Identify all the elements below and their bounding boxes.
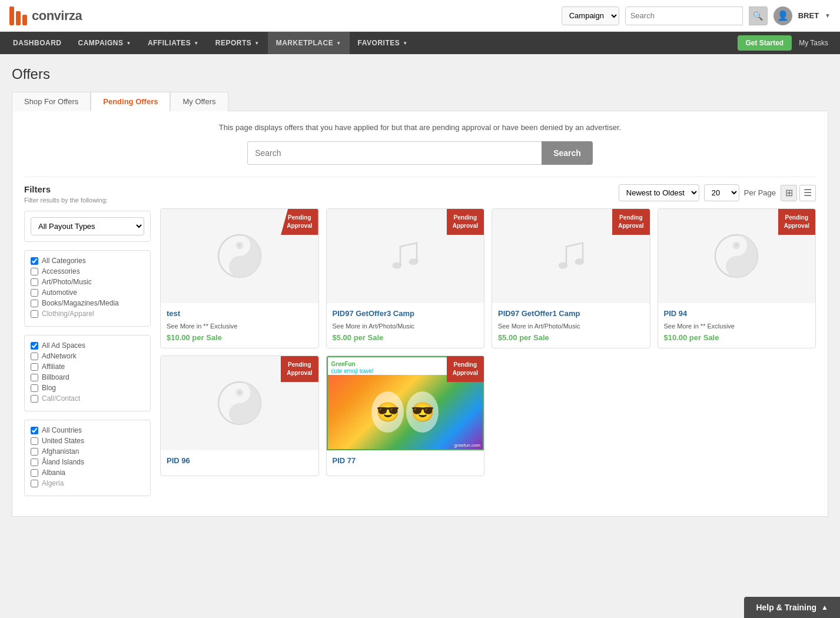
- favorites-arrow: ▼: [403, 41, 407, 46]
- payout-type-select[interactable]: All Payout Types CPA CPL CPC Revenue Sha…: [31, 217, 144, 235]
- nav-item-reports[interactable]: REPORTS ▼: [207, 32, 268, 54]
- logo-icon: [9, 6, 27, 25]
- categories-filter-section: All Categories Accessories Art/Photo/Mus…: [24, 250, 151, 327]
- tab-my-offers[interactable]: My Offers: [170, 92, 228, 111]
- call-label: Call/Contact: [42, 394, 80, 403]
- offer-body-5: PID 96: [161, 450, 318, 476]
- tab-pending-offers[interactable]: Pending Offers: [91, 92, 170, 111]
- accessories-checkbox[interactable]: [31, 268, 38, 275]
- albania-label: Albania: [42, 469, 65, 477]
- all-ad-spaces-checkbox[interactable]: [31, 342, 38, 350]
- grid-view-button[interactable]: ⊞: [781, 185, 797, 201]
- clothing-checkbox[interactable]: [31, 310, 38, 318]
- adnetwork-label: AdNetwork: [42, 352, 77, 360]
- svg-point-3: [238, 244, 241, 247]
- filter-item-all-ad-spaces: All Ad Spaces: [31, 341, 144, 350]
- svg-point-8: [393, 262, 402, 268]
- offer-title-4[interactable]: PID 94: [664, 309, 810, 318]
- countries-list: All Countries United States Afghanistan: [31, 426, 144, 490]
- affiliate-label: Affiliate: [42, 363, 65, 371]
- billboard-label: Billboard: [42, 373, 69, 381]
- ad-spaces-filter-section: All Ad Spaces AdNetwork Affiliate B: [24, 335, 151, 411]
- offer-price-2: $5.00 per Sale: [333, 333, 479, 342]
- top-bar: convirza Campaign 🔍 👤 BRET ▼: [0, 0, 840, 32]
- filter-item-all-categories: All Categories: [31, 257, 144, 265]
- offer-body-3: PID97 GetOffer1 Camp See More in Art/Pho…: [492, 303, 650, 348]
- svg-point-9: [409, 258, 419, 265]
- page-title: Offers: [12, 66, 828, 82]
- all-ad-spaces-label: All Ad Spaces: [42, 341, 85, 350]
- content: Offers Shop For Offers Pending Offers My…: [0, 54, 840, 618]
- call-checkbox[interactable]: [31, 395, 38, 403]
- emoji-face-1: 😎: [371, 391, 404, 433]
- nav-item-dashboard[interactable]: DASHBOARD: [5, 32, 70, 54]
- pending-badge-6: PendingApproval: [453, 361, 478, 376]
- ad-spaces-list: All Ad Spaces AdNetwork Affiliate B: [31, 341, 144, 405]
- nav-bar: DASHBOARD CAMPAIGNS ▼ AFFILIATES ▼ REPOR…: [0, 32, 840, 54]
- top-search-input[interactable]: [625, 6, 743, 25]
- help-training-button[interactable]: Help & Training ▲: [744, 597, 840, 618]
- offers-area: Newest to Oldest Oldest to Newest A-Z Z-…: [160, 184, 816, 504]
- offer-card: PendingApproval: [326, 208, 485, 348]
- svg-point-16: [575, 258, 584, 265]
- per-page-label: Per Page: [744, 188, 776, 197]
- books-checkbox[interactable]: [31, 300, 38, 307]
- offer-category-3: See More in Art/Photo/Music: [498, 323, 644, 330]
- afghanistan-checkbox[interactable]: [31, 448, 38, 456]
- user-dropdown-arrow[interactable]: ▼: [825, 12, 831, 19]
- offer-title-6[interactable]: PID 77: [333, 456, 479, 465]
- tab-shop-for-offers[interactable]: Shop For Offers: [12, 92, 91, 111]
- accessories-label: Accessories: [42, 267, 80, 275]
- svg-point-15: [558, 262, 567, 268]
- main-panel: This page displays offers that you have …: [12, 111, 828, 517]
- offer-card: PendingApproval GreeFun cute emoji towel…: [326, 355, 485, 476]
- emoji-image-bg: 😎 😎: [328, 375, 483, 449]
- filter-item-accessories: Accessories: [31, 267, 144, 275]
- offer-title-3[interactable]: PID97 GetOffer1 Camp: [498, 309, 644, 318]
- us-label: United States: [42, 437, 84, 445]
- filter-item-all-countries: All Countries: [31, 426, 144, 434]
- blog-checkbox[interactable]: [31, 384, 38, 392]
- offer-title-5[interactable]: PID 96: [167, 456, 313, 465]
- us-checkbox[interactable]: [31, 437, 38, 445]
- nav-item-favorites[interactable]: FAVORITES ▼: [350, 32, 416, 54]
- pending-badge-5: PendingApproval: [287, 361, 312, 376]
- nav-item-campaigns[interactable]: CAMPAIGNS ▼: [70, 32, 140, 54]
- sort-select[interactable]: Newest to Oldest Oldest to Newest A-Z Z-…: [619, 184, 699, 201]
- algeria-checkbox[interactable]: [31, 480, 38, 487]
- albania-checkbox[interactable]: [31, 469, 38, 477]
- per-page-select[interactable]: 20 50 100: [704, 184, 739, 201]
- offer-price-1: $10.00 per Sale: [167, 333, 313, 342]
- all-categories-checkbox[interactable]: [31, 257, 38, 265]
- offer-title-2[interactable]: PID97 GetOffer3 Camp: [333, 309, 479, 318]
- offer-category-4: See More in ** Exclusive: [664, 323, 810, 330]
- my-tasks-link[interactable]: My Tasks: [792, 39, 835, 47]
- offer-title-1[interactable]: test: [167, 309, 313, 318]
- svg-point-26: [238, 413, 241, 416]
- nav-item-affiliates[interactable]: AFFILIATES ▼: [140, 32, 207, 54]
- list-view-button[interactable]: ☰: [799, 185, 816, 201]
- campaign-select[interactable]: Campaign: [562, 6, 619, 25]
- nav-item-marketplace[interactable]: MARKETPLACE ▼: [268, 32, 350, 54]
- main-search-button[interactable]: Search: [542, 141, 593, 165]
- get-started-button[interactable]: Get Started: [738, 35, 792, 51]
- books-label: Books/Magazines/Media: [42, 299, 119, 307]
- main-search-input[interactable]: [247, 141, 542, 165]
- affiliate-checkbox[interactable]: [31, 363, 38, 371]
- svg-point-20: [735, 244, 738, 247]
- filters-sidebar: Filters Filter results by the following:…: [24, 184, 151, 504]
- filter-item-art: Art/Photo/Music: [31, 278, 144, 286]
- all-countries-checkbox[interactable]: [31, 427, 38, 434]
- art-checkbox[interactable]: [31, 278, 38, 286]
- pending-badge-2: PendingApproval: [453, 214, 478, 229]
- filter-item-books: Books/Magazines/Media: [31, 299, 144, 307]
- adnetwork-checkbox[interactable]: [31, 353, 38, 360]
- offer-body-1: test See More in ** Exclusive $10.00 per…: [161, 303, 318, 348]
- billboard-checkbox[interactable]: [31, 374, 38, 381]
- offer-category-1: See More in ** Exclusive: [167, 323, 313, 330]
- automotive-checkbox[interactable]: [31, 289, 38, 297]
- emoji-face-2: 😎: [406, 391, 439, 433]
- aland-checkbox[interactable]: [31, 458, 38, 466]
- body-layout: Filters Filter results by the following:…: [24, 184, 816, 504]
- top-search-button[interactable]: 🔍: [749, 6, 768, 25]
